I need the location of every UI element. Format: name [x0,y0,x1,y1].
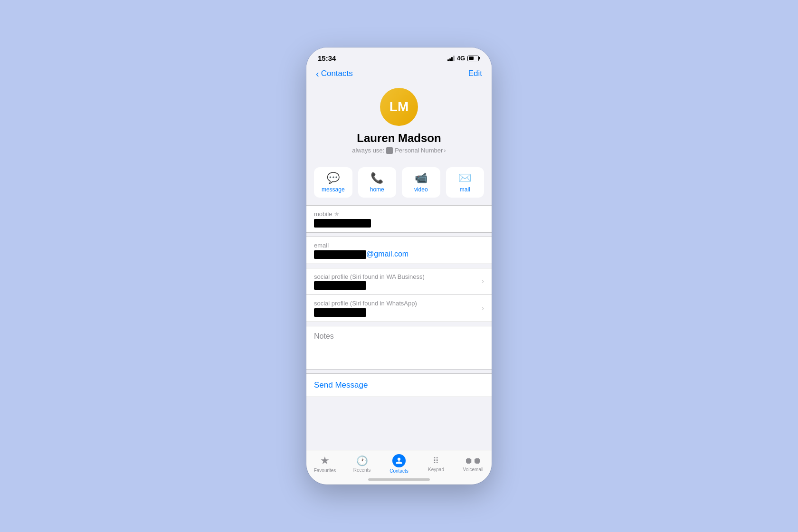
social-wa-business-value [314,281,425,290]
email-label: email [314,242,484,249]
mobile-redacted [314,219,371,228]
mobile-row: mobile ★ [306,206,492,232]
avatar-initials: LM [390,99,408,114]
tab-voicemail[interactable]: ⏺⏺ Voicemail [455,456,492,472]
chevron-right-icon: › [482,277,484,285]
tab-keypad[interactable]: ⠿ Keypad [418,456,455,472]
home-bar [368,478,430,481]
home-indicator [306,475,492,484]
notes-label: Notes [314,332,484,341]
home-call-button[interactable]: 📞 home [358,167,397,198]
tab-bar: ★ Favourites 🕐 Recents Contacts ⠿ Keypad… [306,450,492,475]
mobile-label: mobile ★ [314,210,484,218]
message-button[interactable]: 💬 message [314,167,352,198]
email-value[interactable]: @gmail.com [314,250,484,259]
phone-frame: 15:34 4G ‹ Contacts Edit [306,48,492,484]
video-button[interactable]: 📹 video [402,167,440,198]
always-use-row[interactable]: always use: Personal Number › [352,147,446,154]
mail-label: mail [460,186,470,193]
back-button[interactable]: ‹ Contacts [316,69,353,78]
phone-icon: 📞 [370,172,383,184]
edit-button[interactable]: Edit [468,69,482,78]
back-label: Contacts [321,69,353,78]
video-icon: 📹 [415,172,428,184]
status-bar: 15:34 4G [306,48,492,65]
sim-icon [386,147,393,154]
keypad-label: Keypad [428,467,444,472]
always-use-label: always use: [352,147,384,154]
voicemail-icon: ⏺⏺ [465,456,482,466]
keypad-icon: ⠿ [433,456,439,466]
contacts-label: Contacts [390,468,408,474]
avatar: LM [380,88,418,126]
chevron-right-icon-2: › [482,304,484,313]
content-scroll: ‹ Contacts Edit LM Lauren Madson always … [306,65,492,450]
mail-button[interactable]: ✉️ mail [446,167,484,198]
email-suffix: @gmail.com [366,250,408,258]
star-icon: ★ [334,210,340,218]
notes-section: Notes [306,326,492,370]
tab-recents[interactable]: 🕐 Recents [343,455,380,473]
mobile-value[interactable] [314,218,484,228]
video-label: video [414,186,428,193]
mail-icon: ✉️ [458,172,471,184]
send-message-section: Send Message [306,373,492,397]
personal-number-label: Personal Number › [395,147,446,154]
email-row: email @gmail.com [306,237,492,264]
send-message-button[interactable]: Send Message [314,380,368,390]
email-section: email @gmail.com [306,237,492,264]
action-buttons: 💬 message 📞 home 📹 video ✉️ mail [306,163,492,205]
contact-name: Lauren Madson [357,132,441,145]
contacts-icon [392,454,406,467]
recents-icon: 🕐 [356,455,368,466]
nav-bar: ‹ Contacts Edit [306,65,492,80]
tab-contacts[interactable]: Contacts [380,454,418,474]
social-wa-business-redacted [314,281,366,290]
status-time: 15:34 [318,54,336,62]
favourites-label: Favourites [314,468,336,473]
profile-section: LM Lauren Madson always use: Personal Nu… [306,80,492,163]
social-whatsapp-label: social profile (Siri found in WhatsApp) [314,300,417,307]
voicemail-label: Voicemail [463,467,484,472]
email-redacted [314,250,366,259]
social-section: social profile (Siri found in WA Busines… [306,268,492,323]
social-whatsapp-row[interactable]: social profile (Siri found in WhatsApp) … [306,295,492,322]
chevron-left-icon: ‹ [316,69,319,78]
message-icon: 💬 [327,172,340,184]
network-type: 4G [457,55,465,62]
social-whatsapp-value [314,308,417,317]
home-label: home [370,186,384,193]
status-icons: 4G [447,55,480,62]
social-wa-business-row[interactable]: social profile (Siri found in WA Busines… [306,268,492,295]
social-whatsapp-redacted [314,308,366,317]
message-label: message [322,186,345,193]
social-wa-business-label: social profile (Siri found in WA Busines… [314,273,425,280]
tab-favourites[interactable]: ★ Favourites [306,455,343,473]
favourites-icon: ★ [320,455,330,467]
mobile-section: mobile ★ [306,205,492,233]
chevron-right-small-icon: › [444,147,446,154]
signal-bars-icon [447,56,455,61]
battery-icon [467,56,480,61]
recents-label: Recents [353,467,371,473]
